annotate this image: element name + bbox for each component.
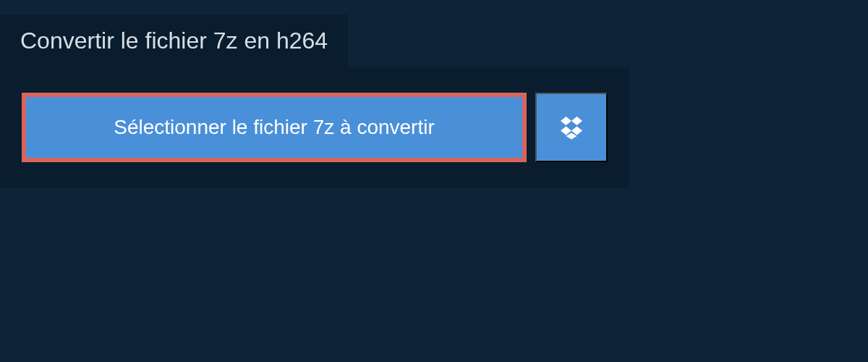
select-file-label: Sélectionner le fichier 7z à convertir	[114, 116, 435, 139]
dropbox-icon	[558, 114, 584, 140]
page-title: Convertir le fichier 7z en h264	[20, 28, 328, 54]
content-panel: Sélectionner le fichier 7z à convertir	[0, 67, 629, 188]
header-tab: Convertir le fichier 7z en h264	[0, 14, 348, 67]
dropbox-button[interactable]	[535, 93, 608, 162]
button-row: Sélectionner le fichier 7z à convertir	[22, 93, 608, 162]
select-file-button[interactable]: Sélectionner le fichier 7z à convertir	[22, 93, 527, 162]
